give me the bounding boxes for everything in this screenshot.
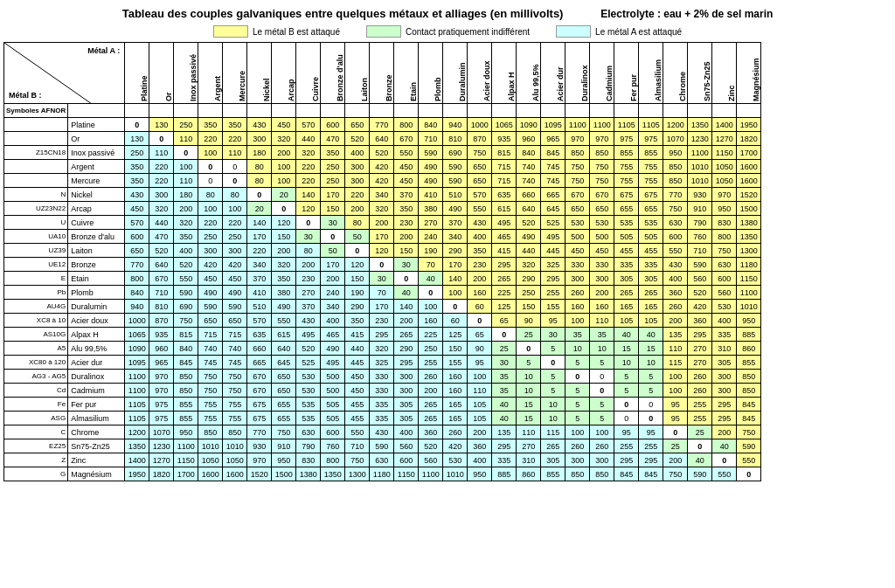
cell-24-17: 305 xyxy=(541,453,565,467)
cell-2-6: 200 xyxy=(272,146,296,160)
cell-5-23: 930 xyxy=(688,188,712,202)
cell-17-0: 1095 xyxy=(125,356,149,370)
cell-13-12: 100 xyxy=(419,300,443,314)
cell-21-6: 655 xyxy=(272,412,296,425)
cell-1-2: 110 xyxy=(174,132,198,146)
cell-14-23: 360 xyxy=(688,314,712,328)
afnor-col-22 xyxy=(663,104,688,118)
cell-10-9: 120 xyxy=(345,258,370,272)
afnor-code-6: UZ23N22 xyxy=(4,202,68,216)
cell-14-12: 160 xyxy=(419,314,443,328)
cell-7-6: 120 xyxy=(272,216,296,230)
cell-20-3: 755 xyxy=(198,398,223,412)
cell-16-21: 15 xyxy=(639,342,663,356)
cell-5-12: 410 xyxy=(419,188,443,202)
cell-19-7: 530 xyxy=(296,384,321,398)
cell-11-11: 0 xyxy=(394,272,419,286)
cell-7-2: 320 xyxy=(174,216,198,230)
cell-4-4: 0 xyxy=(223,174,247,188)
metal-name-9: Laiton xyxy=(68,244,125,258)
cell-25-22: 750 xyxy=(663,467,688,481)
afnor-code-13: AU4G xyxy=(4,300,68,314)
cell-10-12: 70 xyxy=(419,258,443,272)
table-row: AG3 - AG5Duralinox1100970850750750670650… xyxy=(4,370,761,384)
cell-17-8: 495 xyxy=(321,356,345,370)
cell-14-2: 750 xyxy=(174,314,198,328)
cell-19-12: 200 xyxy=(419,384,443,398)
cell-5-3: 80 xyxy=(198,188,223,202)
cell-10-11: 30 xyxy=(394,258,419,272)
cell-17-22: 115 xyxy=(663,356,688,370)
cell-7-0: 570 xyxy=(125,216,149,230)
cell-7-1: 440 xyxy=(149,216,174,230)
cell-19-4: 750 xyxy=(223,384,247,398)
cell-10-8: 170 xyxy=(321,258,345,272)
col-header-24: Zinc xyxy=(712,43,737,104)
cell-12-18: 260 xyxy=(565,286,590,300)
cell-13-7: 370 xyxy=(296,300,321,314)
cell-8-5: 170 xyxy=(247,230,272,244)
cell-14-9: 350 xyxy=(345,314,370,328)
cell-19-2: 850 xyxy=(174,384,198,398)
cell-2-11: 550 xyxy=(394,146,419,160)
cell-20-14: 105 xyxy=(468,398,492,412)
cell-10-2: 520 xyxy=(174,258,198,272)
cell-3-19: 750 xyxy=(590,160,614,174)
cell-14-1: 870 xyxy=(149,314,174,328)
cell-25-7: 1380 xyxy=(296,467,321,481)
cell-11-1: 670 xyxy=(149,272,174,286)
cell-23-10: 590 xyxy=(370,439,394,453)
cell-21-0: 1105 xyxy=(125,412,149,425)
cell-8-1: 470 xyxy=(149,230,174,244)
afnor-col-12 xyxy=(419,104,443,118)
cell-9-17: 445 xyxy=(541,244,565,258)
cell-16-24: 310 xyxy=(712,342,737,356)
cell-10-22: 430 xyxy=(663,258,688,272)
cell-22-1: 1070 xyxy=(149,425,174,439)
cell-20-7: 535 xyxy=(296,398,321,412)
cell-7-8: 30 xyxy=(321,216,345,230)
legend-cyan: Le métal A est attaqué xyxy=(556,25,682,38)
cell-14-21: 105 xyxy=(639,314,663,328)
cell-4-12: 490 xyxy=(419,174,443,188)
cell-6-17: 645 xyxy=(541,202,565,216)
metal-name-19: Cadmium xyxy=(68,384,125,398)
col-header-7: Cuivre xyxy=(296,43,321,104)
cell-15-8: 465 xyxy=(321,328,345,342)
cell-13-0: 940 xyxy=(125,300,149,314)
cell-10-13: 170 xyxy=(443,258,468,272)
cell-23-7: 790 xyxy=(296,439,321,453)
cell-22-21: 95 xyxy=(639,425,663,439)
cell-1-12: 710 xyxy=(419,132,443,146)
cell-17-19: 5 xyxy=(590,356,614,370)
cell-2-12: 590 xyxy=(419,146,443,160)
cell-5-11: 370 xyxy=(394,188,419,202)
cell-4-23: 1010 xyxy=(688,174,712,188)
cell-11-7: 230 xyxy=(296,272,321,286)
cell-8-11: 200 xyxy=(394,230,419,244)
cell-20-10: 335 xyxy=(370,398,394,412)
cell-14-4: 650 xyxy=(223,314,247,328)
cell-5-5: 0 xyxy=(247,188,272,202)
cell-5-20: 675 xyxy=(614,188,639,202)
cell-3-8: 250 xyxy=(321,160,345,174)
cell-0-19: 1100 xyxy=(590,118,614,132)
cell-16-1: 960 xyxy=(149,342,174,356)
cell-19-0: 1100 xyxy=(125,384,149,398)
cell-25-3: 1600 xyxy=(198,467,223,481)
cell-3-20: 755 xyxy=(614,160,639,174)
cell-15-20: 40 xyxy=(614,328,639,342)
cell-1-17: 965 xyxy=(541,132,565,146)
cell-22-19: 100 xyxy=(590,425,614,439)
cell-7-25: 1380 xyxy=(737,216,761,230)
cell-3-14: 650 xyxy=(468,160,492,174)
cell-9-3: 300 xyxy=(198,244,223,258)
cell-21-8: 505 xyxy=(321,412,345,425)
afnor-col-6 xyxy=(272,104,296,118)
table-row: Z15CN18Inox passivé250110010011018020032… xyxy=(4,146,761,160)
cell-25-16: 860 xyxy=(517,467,541,481)
cell-6-2: 200 xyxy=(174,202,198,216)
cell-8-9: 50 xyxy=(345,230,370,244)
cell-1-0: 130 xyxy=(125,132,149,146)
cell-22-13: 260 xyxy=(443,425,468,439)
